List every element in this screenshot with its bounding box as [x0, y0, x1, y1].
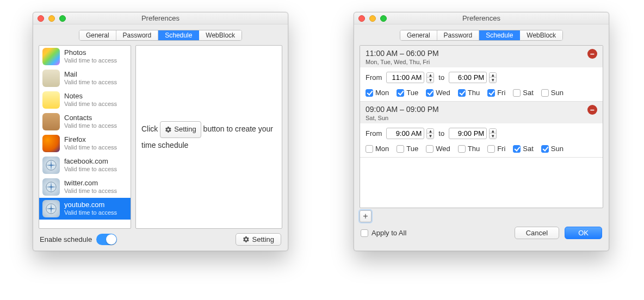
day-label: Wed: [436, 145, 450, 153]
stepper-arrows[interactable]: ▲▼: [489, 128, 497, 139]
app-name: Notes: [64, 92, 117, 101]
day-option-wed[interactable]: Wed: [426, 145, 450, 153]
day-label: Fri: [497, 89, 505, 97]
close-icon[interactable]: [38, 15, 44, 22]
mail-icon: [42, 70, 60, 87]
app-item[interactable]: facebook.comValid time to access: [39, 154, 131, 176]
day-option-thu[interactable]: Thu: [458, 89, 480, 97]
titlebar: Preferences: [33, 12, 288, 24]
window-title: Preferences: [358, 14, 604, 22]
app-subtitle: Valid time to access: [64, 122, 117, 129]
day-option-fri[interactable]: Fri: [487, 89, 505, 97]
safari-icon: [42, 178, 60, 196]
preferences-window-right: Preferences GeneralPasswordScheduleWebBl…: [354, 12, 609, 251]
app-item[interactable]: MailValid time to access: [39, 67, 131, 89]
checkbox-icon[interactable]: [366, 89, 373, 97]
checkbox-icon[interactable]: [513, 145, 521, 153]
app-subtitle: Valid time to access: [64, 101, 117, 108]
day-option-tue[interactable]: Tue: [397, 89, 418, 97]
tab-schedule[interactable]: Schedule: [158, 30, 199, 40]
enable-schedule-toggle[interactable]: [96, 234, 117, 245]
day-option-sun[interactable]: Sun: [541, 89, 564, 97]
day-option-tue[interactable]: Tue: [397, 145, 418, 153]
day-label: Wed: [436, 89, 450, 97]
apply-all-label: Apply to All: [371, 229, 406, 237]
tab-webblock[interactable]: WebBlock: [199, 30, 242, 40]
tab-general[interactable]: General: [79, 30, 116, 40]
window-title: Preferences: [38, 14, 283, 22]
schedule-summary-time: 09:00 AM – 09:00 PM: [366, 105, 439, 114]
checkbox-icon[interactable]: [487, 145, 495, 153]
day-option-sat[interactable]: Sat: [513, 145, 534, 153]
from-time-input[interactable]: [386, 72, 424, 83]
stepper-arrows[interactable]: ▲▼: [426, 72, 434, 83]
app-subtitle: Valid time to access: [64, 57, 117, 64]
contacts-icon: [42, 113, 60, 130]
app-item[interactable]: twitter.comValid time to access: [39, 176, 131, 198]
day-option-fri[interactable]: Fri: [487, 145, 505, 153]
app-subtitle: Valid time to access: [64, 209, 117, 216]
setting-button-label: Setting: [252, 235, 274, 243]
checkbox-icon[interactable]: [458, 145, 466, 153]
stepper-arrows[interactable]: ▲▼: [489, 72, 497, 83]
firefox-icon: [42, 135, 60, 152]
to-label: to: [438, 73, 444, 82]
day-label: Tue: [406, 89, 418, 97]
app-item[interactable]: youtube.comValid time to access: [39, 198, 131, 220]
app-subtitle: Valid time to access: [64, 144, 117, 151]
tab-password[interactable]: Password: [437, 30, 480, 40]
checkbox-icon[interactable]: [541, 145, 549, 153]
checkbox-icon[interactable]: [397, 145, 404, 153]
minimize-icon[interactable]: [369, 15, 376, 22]
to-time-input[interactable]: [449, 72, 487, 83]
titlebar: Preferences: [354, 12, 609, 24]
tab-password[interactable]: Password: [116, 30, 159, 40]
add-schedule-button[interactable]: +: [360, 210, 371, 222]
app-item[interactable]: NotesValid time to access: [39, 89, 131, 111]
checkbox-icon[interactable]: [487, 89, 495, 97]
checkbox-icon[interactable]: [426, 145, 434, 153]
setting-button[interactable]: Setting: [236, 233, 281, 246]
day-label: Sat: [523, 89, 534, 97]
day-option-sun[interactable]: Sun: [541, 145, 564, 153]
schedule-list: 11:00 AM – 06:00 PMMon, Tue, Wed, Thu, F…: [360, 45, 603, 208]
apply-all-checkbox[interactable]: [361, 229, 368, 237]
close-icon[interactable]: [358, 15, 365, 22]
zoom-icon[interactable]: [380, 15, 387, 22]
day-label: Thu: [468, 89, 480, 97]
tab-general[interactable]: General: [400, 30, 437, 40]
day-option-thu[interactable]: Thu: [458, 145, 480, 153]
day-label: Fri: [497, 145, 505, 153]
day-option-mon[interactable]: Mon: [366, 89, 389, 97]
checkbox-icon[interactable]: [541, 89, 549, 97]
app-item[interactable]: ContactsValid time to access: [39, 111, 131, 133]
ok-button[interactable]: OK: [565, 227, 602, 239]
remove-schedule-button[interactable]: –: [587, 105, 597, 115]
app-item[interactable]: PhotosValid time to access: [39, 46, 131, 67]
tab-schedule[interactable]: Schedule: [479, 30, 520, 40]
schedule-summary-days: Sat, Sun: [366, 115, 439, 121]
app-subtitle: Valid time to access: [64, 79, 117, 86]
zoom-icon[interactable]: [59, 15, 66, 22]
inline-setting-button[interactable]: Setting: [160, 121, 201, 138]
stepper-arrows[interactable]: ▲▼: [426, 128, 434, 139]
day-option-wed[interactable]: Wed: [426, 89, 450, 97]
checkbox-icon[interactable]: [366, 145, 373, 153]
checkbox-icon[interactable]: [513, 89, 521, 97]
remove-schedule-button[interactable]: –: [587, 49, 597, 59]
to-time-input[interactable]: [449, 128, 487, 139]
cancel-button[interactable]: Cancel: [515, 227, 559, 239]
from-label: From: [366, 73, 382, 82]
checkbox-icon[interactable]: [397, 89, 404, 97]
day-option-mon[interactable]: Mon: [366, 145, 389, 153]
from-time-input[interactable]: [386, 128, 424, 139]
tab-webblock[interactable]: WebBlock: [520, 30, 562, 40]
day-option-sat[interactable]: Sat: [513, 89, 534, 97]
schedule-block: 09:00 AM – 09:00 PMSat, Sun–From▲▼to▲▼Mo…: [360, 102, 603, 158]
checkbox-icon[interactable]: [426, 89, 434, 97]
checkbox-icon[interactable]: [458, 89, 466, 97]
minimize-icon[interactable]: [48, 15, 55, 22]
app-name: Firefox: [64, 136, 117, 144]
app-item[interactable]: FirefoxValid time to access: [39, 133, 131, 154]
app-list[interactable]: PhotosValid time to accessMailValid time…: [39, 45, 131, 229]
